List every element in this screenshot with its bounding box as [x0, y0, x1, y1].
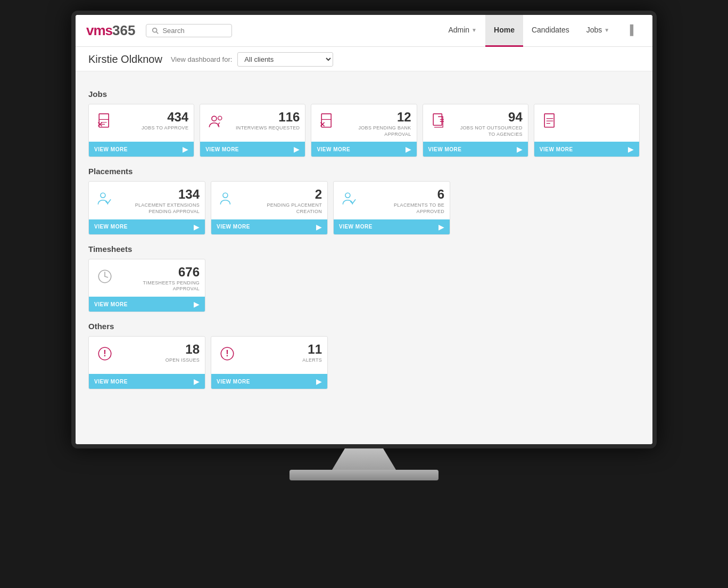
alerts-number: 11: [243, 343, 322, 356]
others-section-title: Others: [88, 322, 640, 331]
svg-point-9: [218, 116, 222, 120]
pending-placement-info: 2 PENDING PLACEMENT CREATION: [243, 188, 322, 215]
nav-item-more[interactable]: ▐: [618, 15, 642, 47]
search-input[interactable]: [162, 27, 226, 35]
nav-item-jobs[interactable]: Jobs ▼: [578, 15, 618, 47]
open-issues-card: ! 18 OPEN ISSUES VIEW MORE ▶: [88, 336, 205, 389]
placements-cards-row: 134 PLACEMENT EXTENSIONS PENDING APPROVA…: [88, 181, 640, 234]
placements-to-approve-number: 6: [366, 188, 444, 201]
more-icon: ▐: [626, 24, 633, 36]
nav-item-candidates[interactable]: Candidates: [523, 15, 578, 47]
interviews-info: 116 INTERVIEWS REQUESTED: [232, 111, 300, 132]
pending-placement-number: 2: [243, 188, 322, 201]
alerts-label: ALERTS: [243, 357, 322, 364]
jobs-extra-icon: [540, 111, 561, 132]
interviews-requested-card: 116 INTERVIEWS REQUESTED VIEW MORE ▶: [200, 104, 305, 157]
svg-line-24: [105, 276, 107, 277]
placements-to-approve-label: PLACEMENTS TO BE APPROVED: [366, 202, 444, 215]
view-more-arrow: ▶: [406, 145, 411, 153]
placement-extensions-view-more[interactable]: VIEW MORE ▶: [89, 219, 205, 234]
nav-item-home[interactable]: Home: [485, 15, 523, 47]
jobs-section-title: Jobs: [88, 89, 640, 99]
svg-point-20: [223, 193, 228, 198]
timesheets-pending-card: 676 TIMESHEETS PENDING APPROVAL VIEW MOR…: [88, 259, 205, 312]
open-issues-label: OPEN ISSUES: [121, 357, 200, 364]
open-issues-info: 18 OPEN ISSUES: [121, 343, 200, 364]
jobs-not-outsourced-icon: [428, 111, 450, 132]
jobs-pending-bank-icon: [317, 111, 338, 132]
alerts-view-more[interactable]: VIEW MORE ▶: [211, 374, 327, 389]
timesheets-cards-row: 676 TIMESHEETS PENDING APPROVAL VIEW MOR…: [88, 259, 640, 312]
dashboard-label: View dashboard for:: [171, 55, 232, 63]
svg-point-19: [101, 193, 105, 198]
page-title: Kirstie Oldknow: [88, 53, 162, 66]
jobs-not-outsourced-card: 94 JOBS NOT OUTSOURCED TO AGENCIES VIEW …: [423, 104, 528, 157]
logo[interactable]: vms365: [86, 22, 135, 39]
pending-placement-icon: [217, 188, 238, 209]
nav-item-admin[interactable]: Admin ▼: [440, 15, 485, 47]
jobs-not-outsourced-number: 94: [455, 111, 523, 124]
svg-rect-15: [544, 114, 554, 127]
jobs-extra-info: [566, 111, 634, 112]
search-box[interactable]: [146, 24, 232, 37]
nav-links: Admin ▼ Home Candidates Jobs ▼ ▐: [440, 15, 642, 47]
placements-to-approve-view-more[interactable]: VIEW MORE ▶: [334, 219, 450, 234]
svg-line-1: [156, 31, 159, 34]
jobs-pending-bank-label: JOBS PENDING BANK APPROVAL: [343, 125, 411, 137]
jobs-cards-row: 434 JOBS TO APPROVE VIEW MORE ▶: [88, 104, 640, 157]
view-more-arrow: ▶: [628, 145, 634, 153]
jobs-pending-bank-view-more[interactable]: VIEW MORE ▶: [311, 142, 416, 157]
placement-extensions-card: 134 PLACEMENT EXTENSIONS PENDING APPROVA…: [88, 181, 205, 234]
svg-text:!: !: [226, 349, 228, 358]
timesheets-section-title: Timesheets: [88, 244, 640, 254]
alerts-icon: !: [217, 343, 238, 364]
stand-neck: [332, 448, 396, 470]
placements-to-approve-icon: [339, 188, 360, 209]
jobs-to-approve-view-more[interactable]: VIEW MORE ▶: [89, 142, 194, 157]
placement-extensions-number: 134: [121, 188, 200, 201]
jobs-not-outsourced-label: JOBS NOT OUTSOURCED TO AGENCIES: [455, 125, 523, 137]
view-more-arrow: ▶: [316, 377, 322, 386]
open-issues-icon: !: [94, 343, 115, 364]
timesheets-label: TIMESHEETS PENDING APPROVAL: [121, 280, 200, 292]
timesheets-icon: [94, 266, 115, 287]
pending-placement-creation-card: 2 PENDING PLACEMENT CREATION VIEW MORE ▶: [211, 181, 328, 234]
stand-base: [289, 470, 439, 480]
logo-vms: vms: [86, 22, 112, 39]
svg-point-0: [153, 28, 157, 32]
alerts-info: 11 ALERTS: [243, 343, 322, 364]
jobs-extra-view-more[interactable]: VIEW MORE ▶: [534, 142, 639, 157]
view-more-arrow: ▶: [316, 223, 322, 231]
navbar: vms365 Admin ▼ Home: [76, 15, 652, 47]
view-more-arrow: ▶: [517, 145, 523, 153]
jobs-not-outsourced-info: 94 JOBS NOT OUTSOURCED TO AGENCIES: [455, 111, 523, 137]
placement-extensions-label: PLACEMENT EXTENSIONS PENDING APPROVAL: [121, 202, 200, 215]
placements-to-approve-card: 6 PLACEMENTS TO BE APPROVED VIEW MORE ▶: [333, 181, 450, 234]
main-content: Jobs: [76, 71, 652, 444]
interviews-label: INTERVIEWS REQUESTED: [232, 125, 300, 132]
svg-point-8: [212, 116, 217, 121]
timesheets-view-more[interactable]: VIEW MORE ▶: [89, 297, 205, 312]
page-header: Kirstie Oldknow View dashboard for: All …: [76, 47, 652, 71]
view-more-arrow: ▶: [194, 223, 200, 231]
open-issues-view-more[interactable]: VIEW MORE ▶: [89, 374, 205, 389]
timesheets-info: 676 TIMESHEETS PENDING APPROVAL: [121, 266, 200, 292]
pending-placement-view-more[interactable]: VIEW MORE ▶: [211, 219, 327, 234]
placements-section-title: Placements: [88, 167, 640, 176]
open-issues-number: 18: [121, 343, 200, 356]
view-more-arrow: ▶: [183, 145, 188, 153]
view-more-arrow: ▶: [439, 223, 444, 231]
timesheets-number: 676: [121, 266, 200, 279]
jobs-to-approve-number: 434: [121, 111, 188, 124]
jobs-extra-card: VIEW MORE ▶: [534, 104, 640, 157]
svg-point-21: [345, 193, 350, 198]
jobs-to-approve-info: 434 JOBS TO APPROVE: [121, 111, 188, 132]
placement-extensions-info: 134 PLACEMENT EXTENSIONS PENDING APPROVA…: [121, 188, 200, 215]
others-cards-row: ! 18 OPEN ISSUES VIEW MORE ▶: [88, 336, 640, 389]
admin-arrow: ▼: [471, 27, 477, 33]
view-more-arrow: ▶: [294, 145, 300, 153]
jobs-not-outsourced-view-more[interactable]: VIEW MORE ▶: [423, 142, 528, 157]
interviews-view-more[interactable]: VIEW MORE ▶: [200, 142, 305, 157]
jobs-arrow: ▼: [604, 27, 609, 33]
dashboard-select[interactable]: All clients: [237, 52, 333, 67]
